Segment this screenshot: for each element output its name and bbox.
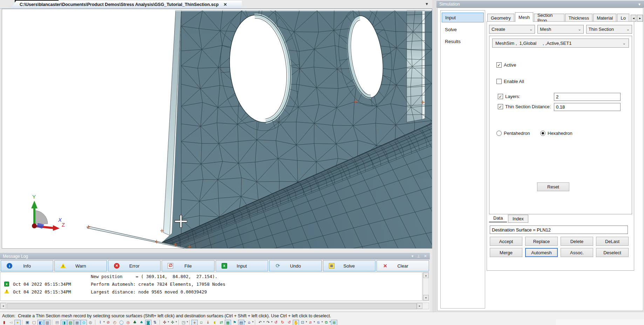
tool-lamp-icon[interactable]: ◖ — [211, 320, 218, 325]
thin-section-distance-input[interactable] — [554, 103, 621, 111]
deselect-button[interactable]: Deselect — [596, 248, 629, 257]
scroll-down-icon[interactable]: ▼ — [423, 295, 429, 300]
tool-rotate-reset-icon[interactable]: ↺ — [286, 320, 292, 325]
tool-hatch-blue-icon[interactable]: ⧅ — [315, 320, 321, 325]
pentahedron-radio[interactable] — [496, 131, 502, 136]
tab-mesh[interactable]: Mesh — [515, 12, 533, 22]
chevron-down-icon[interactable]: ▾ — [187, 320, 188, 323]
tool-doc-green-icon[interactable]: ▧ — [67, 320, 74, 325]
tool-mesh-seed-dark-icon[interactable]: ✣ — [162, 320, 168, 325]
thin-section-distance-checkbox[interactable]: ✓ — [498, 104, 503, 109]
chevron-down-icon[interactable]: ▾ — [252, 320, 254, 323]
tool-drop-arrow-icon[interactable]: ↓ — [205, 320, 211, 325]
tool-small-square-icon[interactable]: ▫ — [198, 320, 204, 325]
tool-panel-frame-icon[interactable]: ▥ — [44, 320, 50, 325]
tab-list-caret-icon[interactable]: ▼ — [425, 2, 429, 6]
chevron-down-icon[interactable]: ▾ — [168, 320, 169, 323]
chevron-down-icon[interactable]: ▾ — [306, 320, 307, 323]
replace-button[interactable]: Replace — [525, 237, 558, 246]
destination-surface-field[interactable] — [490, 226, 628, 234]
mesh-record-dropdown[interactable]: MeshSim , 1,Global , ,Active,SET1⌄ — [492, 39, 629, 48]
panel-caret-icon[interactable]: ▼ — [638, 2, 641, 6]
chevron-down-icon[interactable]: ▾ — [263, 320, 265, 323]
tool-window-new-icon[interactable]: ▣ — [24, 320, 30, 325]
scroll-up-icon[interactable]: ▲ — [423, 272, 429, 278]
stage-item-solve[interactable]: Solve — [442, 25, 484, 34]
tool-flag-teal-icon[interactable]: ⚑ — [231, 320, 238, 325]
assoc-button[interactable]: Assoc. — [561, 248, 593, 257]
tool-pointer-icon[interactable]: ◅ — [8, 320, 14, 325]
tool-home-section-icon[interactable]: ⌂ — [246, 320, 252, 325]
undo-button[interactable]: ⟳Undo — [269, 260, 322, 271]
delast-button[interactable]: DeLast — [596, 237, 629, 246]
tool-hatch-red-icon[interactable]: ⧄ — [307, 320, 314, 325]
merge-button[interactable]: Merge — [490, 248, 522, 257]
tool-add-icon[interactable]: + — [191, 320, 198, 325]
file-button[interactable]: ∅File — [162, 260, 214, 271]
graphics-viewport[interactable]: Y X Z — [2, 9, 432, 249]
tool-hand-icon[interactable]: ✋ — [293, 320, 299, 325]
error-filter-button[interactable]: ✕Error — [108, 260, 161, 271]
tool-window-copy-icon[interactable]: ▢ — [31, 320, 37, 325]
chevron-down-icon[interactable]: ▾ — [330, 320, 331, 323]
tool-redo-icon[interactable]: ↷ — [265, 320, 271, 325]
pin-icon[interactable]: ⊥ — [417, 254, 420, 258]
stage-item-results[interactable]: Results — [442, 36, 484, 46]
delete-button[interactable]: Delete — [561, 237, 593, 246]
tool-node-teal-icon[interactable]: ♠ — [138, 320, 145, 325]
accept-button[interactable]: Accept — [490, 237, 522, 246]
tool-doc-gray-icon[interactable]: ▦ — [74, 320, 80, 325]
solve-button[interactable]: ▦Solve — [323, 260, 375, 271]
log-horizontal-scrollbar[interactable]: ◄ ► — [0, 303, 429, 309]
log-vertical-scrollbar[interactable]: ▲ ▼ — [423, 272, 429, 301]
tool-display-box-icon[interactable]: ◳ — [181, 320, 187, 325]
close-icon[interactable]: ✕ — [224, 2, 227, 7]
tool-refine-icon[interactable]: ⇅ — [152, 320, 158, 325]
automesh-button[interactable]: Automesh — [525, 248, 558, 257]
tab-section-prop[interactable]: Section Prop. — [534, 14, 564, 22]
stage-item-input[interactable]: Input — [442, 13, 484, 22]
message-log-list[interactable]: New position = ( 369.114, 84.802, 27.154… — [0, 272, 422, 301]
close-icon[interactable]: ✕ — [424, 254, 427, 258]
chevron-down-icon[interactable]: ▾ — [103, 320, 105, 323]
method-dropdown[interactable]: Thin Section⌄ — [586, 25, 632, 34]
reset-button[interactable]: Reset — [537, 182, 569, 191]
scroll-left-icon[interactable]: ◄ — [0, 303, 6, 309]
tool-mesh-seed-green-icon[interactable]: ✣ — [169, 320, 176, 325]
tab-scroll-left-icon[interactable]: ◄ — [631, 15, 637, 22]
chevron-down-icon[interactable]: ▾ — [244, 320, 246, 323]
scrollbar-thumb[interactable] — [7, 303, 417, 309]
tab-material[interactable]: Material — [593, 14, 616, 22]
data-tab[interactable]: Data — [489, 214, 507, 222]
tool-table-icon[interactable]: ▤ — [238, 320, 244, 325]
index-tab[interactable]: Index — [508, 215, 528, 223]
tool-swap-icon[interactable]: ⇄ — [218, 320, 224, 325]
tool-grid-frame-icon[interactable]: ▦ — [225, 320, 231, 325]
tool-mesh-region-icon[interactable]: ◙ — [145, 320, 151, 325]
simulation-panel-header[interactable]: Simulation ▼ — [436, 1, 644, 8]
tool-rotate-ccw-icon[interactable]: ↺ — [273, 320, 279, 325]
chevron-down-icon[interactable]: ▾ — [176, 320, 177, 323]
enable-all-checkbox[interactable] — [496, 79, 502, 84]
tool-hatch-green-icon[interactable]: ⧉ — [323, 320, 330, 325]
tool-node-tree-icon[interactable]: ♣ — [132, 320, 138, 325]
hexahedron-radio[interactable] — [540, 131, 545, 136]
scroll-right-icon[interactable]: ► — [417, 303, 422, 309]
tool-frame-plus-icon[interactable]: ⊞ — [331, 320, 337, 325]
tool-ellipse-teal-icon[interactable]: ⊙ — [81, 320, 87, 325]
warn-filter-button[interactable]: !Warn — [54, 260, 107, 271]
layers-checkbox[interactable]: ✓ — [498, 94, 503, 99]
tool-rotate-cw-icon[interactable]: ↻ — [279, 320, 286, 325]
message-log-header[interactable]: Message Log ▾ ⊥ ✕ — [0, 253, 430, 260]
chevron-down-icon[interactable]: ▾ — [314, 320, 315, 323]
tool-export-page-icon[interactable]: ⊡ — [299, 320, 306, 325]
tab-scroll-right-icon[interactable]: ► — [637, 15, 643, 22]
tool-panel-blue-icon[interactable]: ◧ — [38, 320, 44, 325]
tool-circle-target-icon[interactable]: ◎ — [125, 320, 131, 325]
tab-geometry[interactable]: Geometry — [487, 14, 514, 22]
tool-measure-icon[interactable]: ⌇ — [97, 320, 103, 325]
layers-input[interactable] — [554, 93, 621, 101]
action-dropdown[interactable]: Create⌄ — [489, 25, 535, 34]
tool-select-marker-icon[interactable]: ▮ — [1, 320, 7, 325]
entity-dropdown[interactable]: Mesh⌄ — [537, 25, 583, 34]
